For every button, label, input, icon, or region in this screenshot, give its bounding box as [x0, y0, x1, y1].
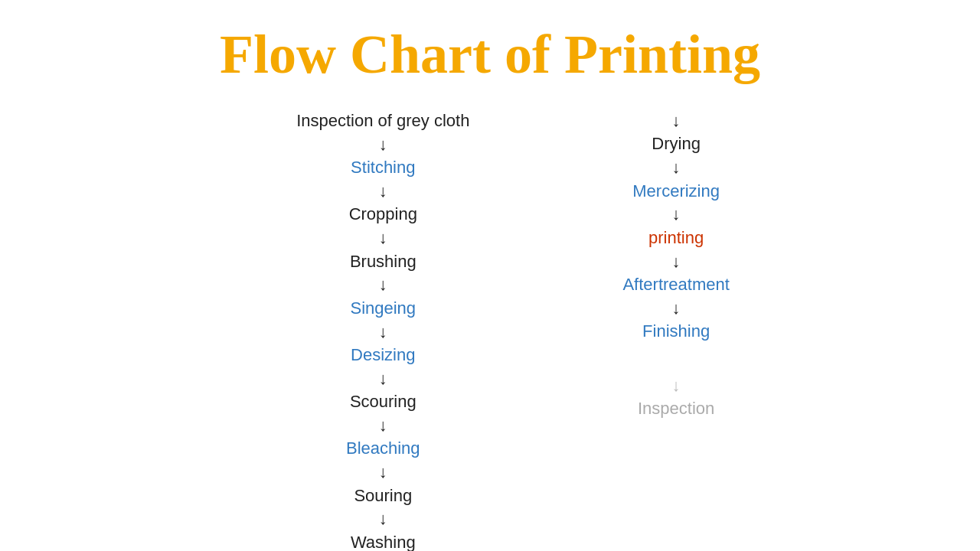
right-column: ↓Drying↓Mercerizing↓printing↓Aftertreatm… — [622, 109, 729, 551]
page-title: Flow Chart of Printing — [0, 0, 980, 102]
flow-step: Drying — [652, 132, 701, 156]
left-column: Inspection of grey cloth↓Stitching↓Cropp… — [296, 109, 469, 551]
arrow-icon: ↓ — [672, 111, 681, 131]
flow-step: Singeing — [350, 297, 416, 321]
arrow-icon: ↓ — [672, 376, 681, 396]
flow-step: Inspection of grey cloth — [296, 109, 469, 133]
flow-step: printing — [648, 227, 704, 250]
arrow-icon: ↓ — [672, 252, 681, 272]
arrow-icon: ↓ — [379, 228, 387, 248]
flow-step: Stitching — [351, 156, 415, 180]
flow-step: Brushing — [350, 250, 416, 274]
flow-step: Souring — [354, 484, 412, 508]
arrow-icon: ↓ — [379, 181, 387, 201]
flow-step: Finishing — [642, 320, 710, 344]
flowchart-container: Inspection of grey cloth↓Stitching↓Cropp… — [0, 102, 980, 551]
arrow-icon: ↓ — [379, 462, 387, 482]
flow-step: Inspection — [638, 397, 714, 421]
flow-step: Scouring — [350, 390, 416, 414]
flow-step: Cropping — [349, 203, 417, 227]
arrow-icon: ↓ — [379, 275, 387, 295]
flow-step: Desizing — [351, 344, 415, 367]
arrow-icon: ↓ — [379, 135, 387, 155]
arrow-icon: ↓ — [379, 416, 387, 435]
arrow-icon: ↓ — [672, 158, 681, 178]
title-text: Flow Chart of Printing — [0, 23, 980, 86]
flow-step: Aftertreatment — [622, 273, 729, 297]
flow-step: Mercerizing — [632, 180, 720, 204]
arrow-icon: ↓ — [672, 204, 681, 224]
arrow-icon: ↓ — [379, 509, 387, 529]
arrow-icon: ↓ — [379, 322, 387, 342]
flow-step: Washing — [351, 531, 416, 551]
arrow-icon: ↓ — [379, 369, 387, 389]
flow-step: Bleaching — [346, 437, 420, 461]
arrow-icon: ↓ — [672, 298, 681, 318]
